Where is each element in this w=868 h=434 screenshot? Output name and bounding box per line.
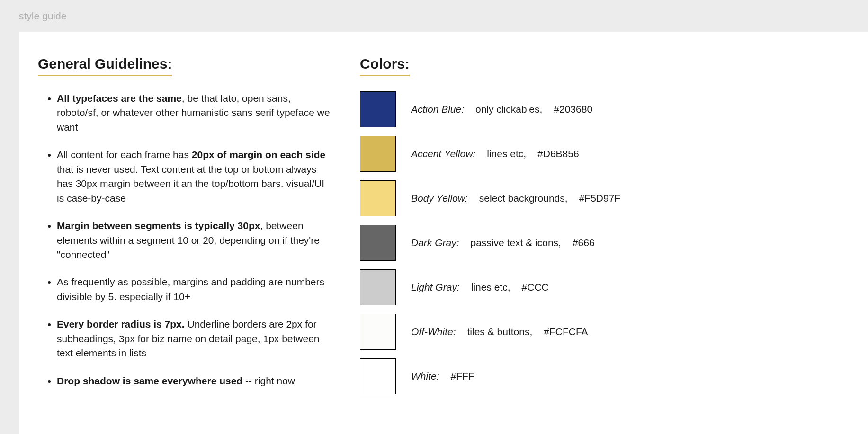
swatch-usage: select backgrounds,	[479, 193, 568, 204]
guideline-bold-text: 20px of margin on each side	[192, 149, 325, 160]
guideline-bold-text: Every border radius is 7px.	[57, 319, 185, 329]
swatch-hex: #F5D97F	[579, 193, 621, 204]
swatch-text: Action Blue:only clickables,#203680	[411, 104, 592, 115]
swatch-name: White:	[411, 371, 439, 382]
swatch-usage: lines etc,	[487, 148, 526, 159]
guideline-item: Drop shadow is same everywhere used -- r…	[57, 374, 331, 388]
swatch-hex: #FCFCFA	[544, 326, 588, 337]
guideline-bold-text: Drop shadow is same everywhere used	[57, 375, 242, 386]
swatch-name: Accent Yellow:	[411, 148, 475, 159]
guideline-bold-text: Margin between segments is typically 30p…	[57, 220, 260, 231]
color-swatch	[360, 136, 396, 172]
swatch-text: Body Yellow:select backgrounds,#F5D97F	[411, 193, 620, 204]
color-swatch	[360, 91, 396, 127]
swatch-row: White:#FFF	[360, 358, 849, 394]
swatch-usage: only clickables,	[475, 104, 542, 115]
swatch-row: Light Gray:lines etc,#CCC	[360, 269, 849, 305]
guideline-item: Every border radius is 7px. Underline bo…	[57, 317, 331, 360]
swatch-row: Body Yellow:select backgrounds,#F5D97F	[360, 180, 849, 216]
topbar-title: style guide	[19, 10, 66, 22]
guideline-item: All content for each frame has 20px of m…	[57, 148, 331, 205]
swatch-name: Light Gray:	[411, 282, 460, 293]
swatch-name: Body Yellow:	[411, 193, 468, 204]
swatch-text: Accent Yellow:lines etc,#D6B856	[411, 148, 579, 159]
swatch-row: Action Blue:only clickables,#203680	[360, 91, 849, 127]
guideline-item: Margin between segments is typically 30p…	[57, 219, 331, 262]
swatch-text: Off-White:tiles & buttons,#FCFCFA	[411, 326, 588, 337]
colors-column: Colors: Action Blue:only clickables,#203…	[360, 56, 849, 434]
swatch-list: Action Blue:only clickables,#203680Accen…	[360, 91, 849, 394]
guideline-item: As frequently as possible, margins and p…	[57, 275, 331, 304]
swatch-hex: #666	[573, 237, 595, 248]
page: General Guidelines: All typefaces are th…	[19, 32, 868, 434]
swatch-text: Light Gray:lines etc,#CCC	[411, 282, 549, 293]
swatch-row: Accent Yellow:lines etc,#D6B856	[360, 136, 849, 172]
swatch-usage: lines etc,	[471, 282, 510, 293]
topbar: style guide	[0, 0, 868, 32]
swatch-usage: tiles & buttons,	[467, 326, 533, 337]
swatch-hex: #203680	[554, 104, 592, 115]
swatch-hex: #CCC	[522, 282, 549, 293]
guideline-rest-text: that is never used. Text content at the …	[57, 164, 324, 204]
guidelines-heading: General Guidelines:	[38, 56, 172, 76]
swatch-hex: #D6B856	[537, 148, 579, 159]
swatch-text: Dark Gray:passive text & icons,#666	[411, 237, 595, 248]
swatch-hex: #FFF	[451, 371, 474, 382]
guideline-pre-text: All content for each frame has	[57, 149, 192, 160]
color-swatch	[360, 269, 396, 305]
colors-heading: Colors:	[360, 56, 410, 76]
swatch-row: Dark Gray:passive text & icons,#666	[360, 225, 849, 261]
swatch-row: Off-White:tiles & buttons,#FCFCFA	[360, 314, 849, 350]
swatch-usage: passive text & icons,	[471, 237, 561, 248]
swatch-text: White:#FFF	[411, 371, 474, 382]
guideline-bold-text: All typefaces are the same	[57, 93, 182, 104]
guideline-rest-text: -- right now	[242, 375, 295, 386]
swatch-name: Action Blue:	[411, 104, 464, 115]
swatch-name: Dark Gray:	[411, 237, 459, 248]
guideline-pre-text: As frequently as possible, margins and p…	[57, 276, 324, 301]
color-swatch	[360, 225, 396, 261]
swatch-name: Off-White:	[411, 326, 456, 337]
color-swatch	[360, 314, 396, 350]
guidelines-column: General Guidelines: All typefaces are th…	[38, 56, 331, 434]
guideline-item: All typefaces are the same, be that lato…	[57, 91, 331, 134]
color-swatch	[360, 180, 396, 216]
color-swatch	[360, 358, 396, 394]
guidelines-list: All typefaces are the same, be that lato…	[38, 91, 331, 388]
